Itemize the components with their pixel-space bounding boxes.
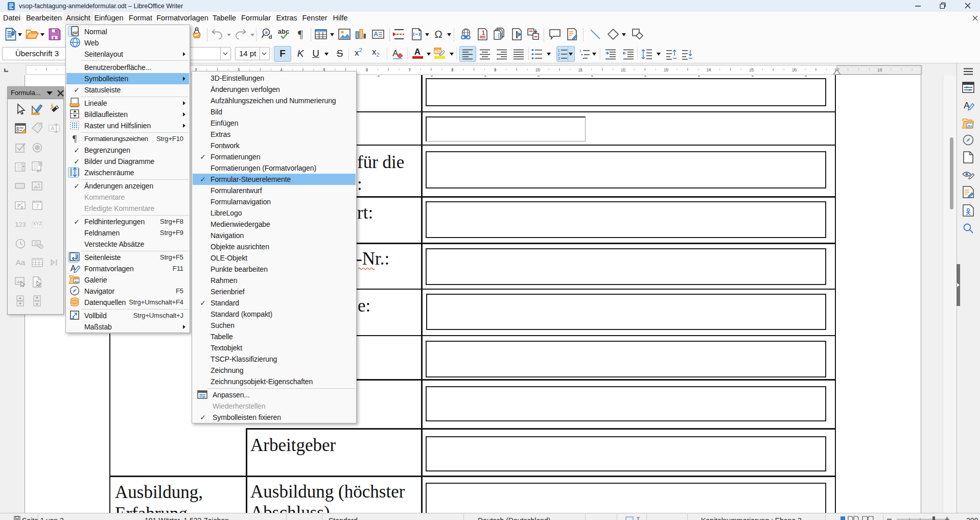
svg-text:14: 14 bbox=[706, 67, 711, 73]
svg-text:A: A bbox=[374, 31, 378, 38]
svg-text:7: 7 bbox=[36, 203, 39, 209]
svg-text:16: 16 bbox=[791, 67, 797, 73]
svg-text:a: a bbox=[265, 30, 268, 35]
svg-text:8: 8 bbox=[451, 67, 454, 73]
svg-text:A: A bbox=[392, 49, 399, 58]
svg-text:ab: ab bbox=[434, 48, 441, 54]
svg-text:13: 13 bbox=[663, 67, 668, 73]
svg-text:A: A bbox=[414, 47, 421, 57]
svg-text:Aa: Aa bbox=[16, 258, 26, 267]
svg-text:18: 18 bbox=[877, 67, 882, 73]
svg-text:7: 7 bbox=[408, 67, 411, 73]
svg-text:XYZ: XYZ bbox=[33, 221, 42, 226]
svg-text:3: 3 bbox=[557, 56, 560, 60]
svg-text:6: 6 bbox=[365, 67, 368, 73]
svg-text:12: 12 bbox=[621, 67, 626, 73]
svg-text:1: 1 bbox=[579, 49, 582, 53]
svg-text:9: 9 bbox=[494, 67, 496, 73]
svg-text:d: d bbox=[269, 34, 272, 40]
svg-text:15: 15 bbox=[749, 67, 754, 73]
svg-text:[i]: [i] bbox=[498, 32, 503, 38]
svg-text:Ω: Ω bbox=[434, 28, 442, 40]
svg-text:11: 11 bbox=[578, 67, 583, 73]
svg-text:A: A bbox=[51, 125, 55, 131]
svg-text:123: 123 bbox=[15, 221, 26, 228]
svg-text:10: 10 bbox=[535, 67, 540, 73]
svg-text:1: 1 bbox=[482, 30, 485, 36]
svg-text:¶: ¶ bbox=[298, 28, 303, 40]
svg-text:¶: ¶ bbox=[73, 134, 77, 144]
